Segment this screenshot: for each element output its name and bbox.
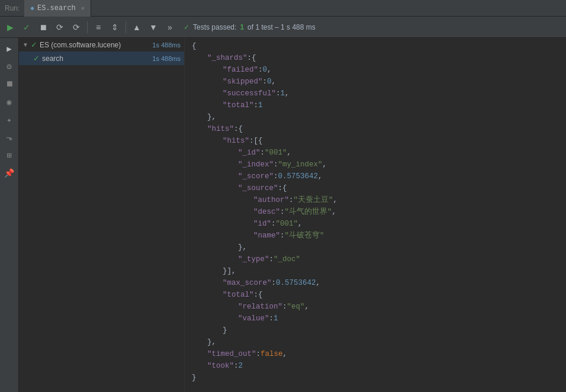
run-check-button[interactable]: ✓ [19, 20, 34, 35]
result-check-icon: ✓ [184, 23, 189, 31]
expand-collapse-button[interactable]: ⇕ [107, 20, 123, 35]
json-line: } [185, 324, 566, 336]
rerun-button[interactable]: ⟳ [52, 20, 67, 35]
json-line: "successful":1, [185, 88, 566, 99]
tree-child-item-search[interactable]: ✓ search 1s 488ms [19, 52, 184, 65]
sidebar-run-icon[interactable]: ▶ [1, 40, 18, 57]
tab-bar: Run: ◆ ES.search ✕ [0, 0, 566, 17]
run-label: Run: [0, 4, 24, 12]
sidebar-wrench-icon[interactable]: ⚙ [1, 58, 18, 75]
json-line: "total":1 [185, 99, 566, 111]
json-line: }, [185, 111, 566, 123]
json-line: "value":1 [185, 313, 566, 324]
json-line: "max_score":0.5753642, [185, 277, 566, 289]
json-line: "skipped":0, [185, 76, 566, 88]
json-line: }], [185, 265, 566, 277]
sidebar-pin-icon[interactable]: 📌 [1, 165, 18, 181]
json-line: { [185, 40, 566, 52]
tab-icon: ◆ [30, 4, 34, 12]
root-check-icon: ✓ [31, 40, 37, 49]
tree-root-item[interactable]: ▼ ✓ ES (com.software.lucene) 1s 488ms [19, 38, 184, 52]
test-result-banner: ✓ Tests passed: 1 of 1 test – 1 s 488 ms [184, 23, 316, 31]
toggle-list-button[interactable]: ≡ [91, 20, 106, 35]
expand-icon: ▼ [22, 41, 28, 48]
icon-sidebar: ▶ ⚙ ⏹ ◉ ✦ ⬎ ⊞ 📌 [0, 38, 19, 392]
json-line: "_source":{ [185, 182, 566, 194]
json-output-panel: {"_shards":{"failed":0,"skipped":0,"succ… [185, 38, 566, 392]
sidebar-stop-icon[interactable]: ⏹ [1, 76, 18, 92]
child-check-icon: ✓ [33, 54, 40, 63]
prev-button[interactable]: ▲ [129, 20, 144, 35]
tab-close-btn[interactable]: ✕ [81, 5, 85, 12]
json-line: "desc":"斗气的世界", [185, 206, 566, 218]
json-line: "id":"001", [185, 218, 566, 230]
rerun-failed-button[interactable]: ⟳ [69, 20, 84, 35]
test-tree: ▼ ✓ ES (com.software.lucene) 1s 488ms ✓ … [19, 38, 185, 392]
json-line: "_type":"_doc" [185, 253, 566, 265]
json-line: "took":2 [185, 360, 566, 372]
main-content: ▶ ⚙ ⏹ ◉ ✦ ⬎ ⊞ 📌 ▼ ✓ ES (com.software.luc… [0, 38, 566, 392]
sidebar-puzzle-icon[interactable]: ✦ [1, 111, 18, 128]
json-line: "total":{ [185, 289, 566, 301]
json-line: "_id":"001", [185, 147, 566, 159]
json-line: "hits":{ [185, 123, 566, 135]
json-line: } [185, 372, 566, 384]
child-time: 1s 488ms [152, 55, 181, 62]
pass-count: 1 [240, 23, 244, 31]
root-time: 1s 488ms [152, 41, 181, 49]
json-line: "author":"天蚕土豆", [185, 194, 566, 206]
root-label: ES (com.software.lucene) [40, 41, 150, 49]
separator-1 [87, 21, 88, 33]
json-line: "_score":0.5753642, [185, 171, 566, 182]
json-line: "name":"斗破苍穹" [185, 230, 566, 242]
json-line: }, [185, 242, 566, 253]
json-line: "relation":"eq", [185, 301, 566, 313]
json-line: "_shards":{ [185, 52, 566, 64]
run-play-button[interactable]: ▶ [2, 20, 18, 35]
json-line: "_index":"my_index", [185, 159, 566, 171]
toolbar: ▶ ✓ ⏹ ⟳ ⟳ ≡ ⇕ ▲ ▼ » ✓ Tests passed: 1 of… [0, 17, 566, 38]
separator-2 [126, 21, 126, 33]
sidebar-camera-icon[interactable]: ◉ [1, 94, 18, 110]
json-line: "hits":[{ [185, 135, 566, 147]
child-label: search [42, 54, 150, 63]
es-search-tab[interactable]: ◆ ES.search ✕ [24, 0, 91, 17]
sidebar-grid-icon[interactable]: ⊞ [1, 147, 18, 163]
stop-button[interactable]: ⏹ [36, 20, 51, 35]
json-line: "failed":0, [185, 64, 566, 76]
left-panel: ▶ ⚙ ⏹ ◉ ✦ ⬎ ⊞ 📌 ▼ ✓ ES (com.software.luc… [0, 38, 185, 392]
next-button[interactable]: ▼ [146, 20, 161, 35]
sidebar-import-icon[interactable]: ⬎ [1, 129, 18, 146]
tests-passed-label: Tests passed: [193, 23, 236, 31]
more-button[interactable]: » [162, 20, 178, 35]
json-line: "timed_out":false, [185, 348, 566, 360]
json-line: }, [185, 336, 566, 348]
tab-label: ES.search [37, 4, 76, 12]
pass-detail: of 1 test – 1 s 488 ms [247, 23, 316, 31]
